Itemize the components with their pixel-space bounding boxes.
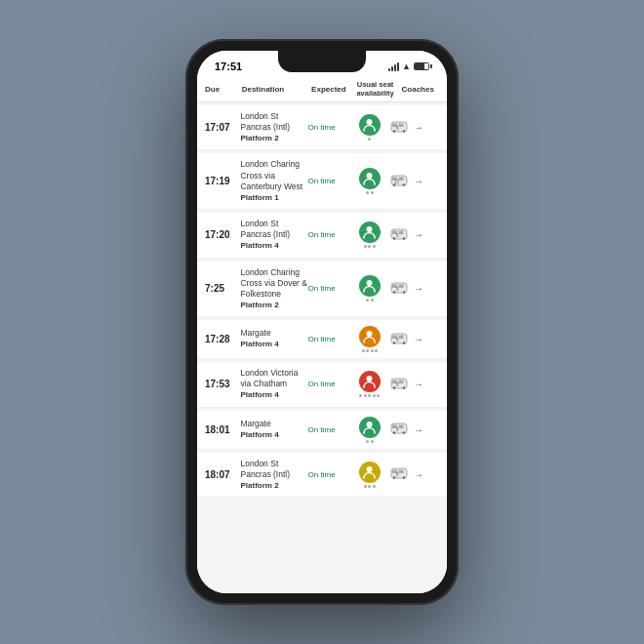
person-icon — [359, 114, 381, 136]
svg-point-19 — [403, 237, 405, 239]
phone-frame: 17:51 ▲ Due Destination Expected Usual s… — [185, 39, 459, 605]
train-icon: 6 — [390, 465, 412, 483]
header-coaches: Coaches — [396, 85, 439, 94]
train-row[interactable]: 7:25 London Charing Cross via Dover & Fo… — [197, 262, 447, 318]
svg-rect-52 — [399, 470, 404, 474]
person-icon — [359, 462, 381, 483]
arrow-icon: → — [414, 122, 423, 133]
svg-point-4 — [393, 130, 395, 132]
svg-point-33 — [403, 342, 405, 343]
svg-point-49 — [367, 466, 373, 472]
coaches-info: 8 → — [390, 280, 439, 298]
train-row[interactable]: 17:07 London St Pancras (Intl) Platform … — [197, 105, 447, 150]
header-destination: Destination — [242, 85, 311, 94]
train-expected: On time — [308, 470, 349, 479]
seat-availability — [349, 221, 390, 248]
trains-list[interactable]: 17:07 London St Pancras (Intl) Platform … — [197, 102, 447, 593]
phone-notch — [278, 51, 366, 72]
train-destination: London St Pancras (Intl) Platform 4 — [240, 219, 307, 251]
svg-point-39 — [393, 386, 395, 388]
svg-rect-31 — [399, 335, 404, 339]
platform-label: Platform 4 — [240, 430, 278, 439]
seat-dots — [366, 440, 374, 443]
signal-icon — [388, 61, 399, 71]
train-icon: 6 — [390, 226, 412, 244]
svg-point-54 — [403, 477, 405, 479]
header-seat: Usual seat availability — [354, 80, 397, 98]
platform-label: Platform 4 — [240, 340, 278, 348]
seat-availability — [349, 275, 390, 302]
train-expected: On time — [308, 177, 349, 185]
train-expected: On time — [308, 335, 349, 343]
coaches-info: 6 → — [390, 226, 439, 244]
svg-point-21 — [367, 280, 373, 286]
person-icon — [359, 371, 381, 392]
wifi-icon: ▲ — [402, 61, 411, 71]
train-time: 17:28 — [205, 334, 240, 344]
coaches-info: 6 → — [390, 119, 439, 137]
svg-point-35 — [367, 376, 373, 382]
platform-label: Platform 2 — [240, 301, 278, 309]
train-expected: On time — [308, 425, 349, 434]
seat-availability — [349, 371, 390, 397]
arrow-icon: → — [414, 176, 423, 186]
train-time: 17:20 — [205, 229, 240, 240]
train-row[interactable]: 17:19 London Charing Cross via Canterbur… — [197, 153, 447, 210]
train-destination: Margate Platform 4 — [240, 419, 307, 440]
train-icon: 8 — [390, 376, 412, 393]
seat-dots — [364, 245, 376, 248]
header-due: Due — [205, 85, 242, 94]
arrow-icon: → — [414, 424, 423, 435]
clock: 17:51 — [215, 60, 242, 72]
person-icon — [359, 275, 381, 297]
header-expected: Expected — [311, 85, 354, 94]
train-icon: 6 — [390, 331, 412, 348]
svg-point-5 — [403, 130, 405, 132]
platform-label: Platform 4 — [240, 390, 278, 399]
coaches-info: 6 → — [390, 465, 439, 483]
svg-rect-38 — [399, 380, 404, 383]
svg-rect-17 — [399, 230, 404, 234]
platform-label: Platform 2 — [240, 134, 278, 142]
train-icon: 6 — [390, 119, 412, 137]
svg-point-53 — [393, 477, 395, 479]
platform-label: Platform 1 — [240, 193, 278, 202]
train-expected: On time — [308, 123, 349, 132]
train-row[interactable]: 17:20 London St Pancras (Intl) Platform … — [197, 213, 447, 258]
seat-availability — [349, 417, 390, 443]
train-expected: On time — [308, 380, 349, 388]
svg-point-26 — [403, 291, 405, 293]
arrow-icon: → — [414, 379, 423, 389]
train-time: 17:07 — [205, 122, 240, 133]
coaches-info: 6 → — [390, 331, 439, 348]
seat-availability — [349, 114, 390, 141]
train-time: 18:01 — [205, 424, 240, 435]
train-time: 17:19 — [205, 176, 240, 186]
coaches-info: 12 → — [390, 173, 439, 190]
seat-dots — [359, 394, 380, 397]
train-row[interactable]: 17:53 London Victoria via Chatham Platfo… — [197, 362, 447, 407]
svg-point-12 — [403, 183, 405, 185]
train-destination: London Charing Cross via Dover & Folkest… — [240, 267, 307, 311]
arrow-icon: → — [414, 229, 423, 240]
train-icon: 6 — [390, 421, 412, 438]
seat-dots — [364, 485, 376, 488]
train-icon: 12 — [390, 173, 412, 190]
platform-label: Platform 2 — [240, 481, 278, 490]
train-row[interactable]: 17:28 Margate Platform 4 On time 6 → — [197, 320, 447, 359]
train-row[interactable]: 18:07 London St Pancras (Intl) Platform … — [197, 453, 447, 498]
train-destination: Margate Platform 4 — [240, 328, 307, 349]
seat-availability — [349, 462, 390, 488]
seat-dots — [362, 349, 379, 352]
coaches-info: 6 → — [390, 421, 439, 438]
svg-text:12: 12 — [394, 180, 400, 184]
arrow-icon: → — [414, 283, 423, 294]
seat-dots — [366, 299, 374, 302]
train-row[interactable]: 18:01 Margate Platform 4 On time 6 → — [197, 411, 447, 450]
train-destination: London Charing Cross via Canterbury West… — [240, 159, 307, 203]
coaches-info: 8 → — [390, 376, 439, 393]
svg-point-28 — [367, 331, 373, 337]
svg-rect-24 — [399, 284, 404, 288]
person-icon — [359, 417, 381, 438]
train-destination: London St Pancras (Intl) Platform 2 — [240, 459, 307, 491]
